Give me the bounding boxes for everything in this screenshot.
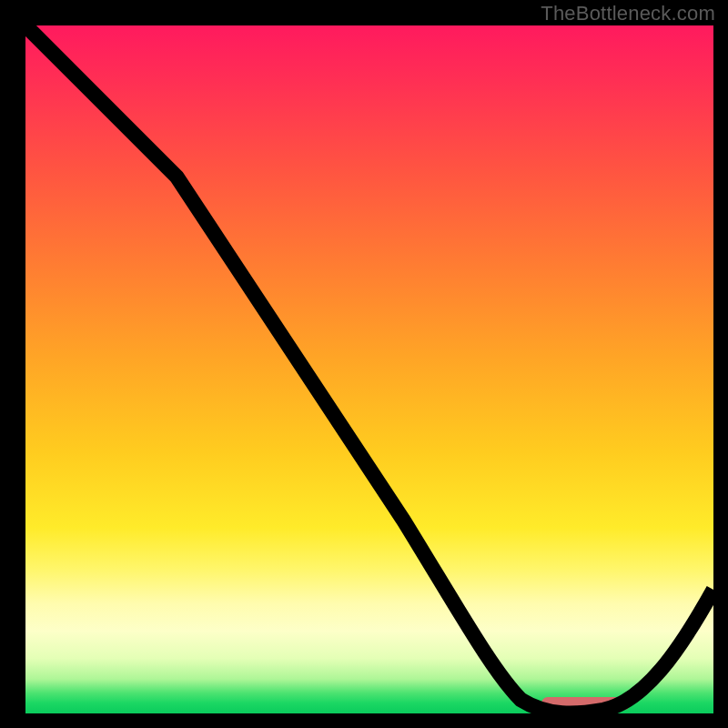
- chart-root: TheBottleneck.com: [0, 0, 728, 728]
- watermark-text: TheBottleneck.com: [541, 2, 715, 25]
- bottleneck-curve: [25, 25, 713, 713]
- curve-path: [25, 25, 713, 713]
- plot-area: [25, 25, 713, 713]
